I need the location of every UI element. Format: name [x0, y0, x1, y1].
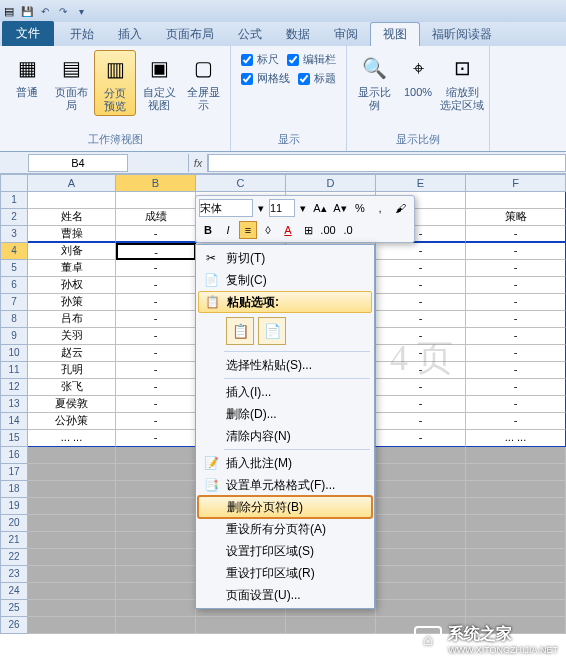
- cell[interactable]: -: [376, 362, 466, 379]
- row-header[interactable]: 12: [0, 379, 28, 396]
- cell[interactable]: [28, 192, 116, 209]
- cell[interactable]: ... ...: [466, 430, 566, 447]
- col-header-F[interactable]: F: [466, 174, 566, 192]
- cell[interactable]: -: [116, 396, 196, 413]
- col-header-E[interactable]: E: [376, 174, 466, 192]
- save-button[interactable]: 💾: [18, 2, 36, 20]
- cell[interactable]: -: [116, 379, 196, 396]
- cell[interactable]: -: [466, 294, 566, 311]
- cell[interactable]: 张飞: [28, 379, 116, 396]
- cell-empty[interactable]: [28, 464, 116, 481]
- cell[interactable]: -: [116, 277, 196, 294]
- cell-empty[interactable]: [28, 498, 116, 515]
- cell[interactable]: -: [466, 345, 566, 362]
- cell[interactable]: 孔明: [28, 362, 116, 379]
- redo-button[interactable]: ↷: [54, 2, 72, 20]
- cell[interactable]: -: [116, 260, 196, 277]
- cell[interactable]: 策略: [466, 209, 566, 226]
- cell-empty[interactable]: [466, 515, 566, 532]
- menu-item[interactable]: 删除(D)...: [198, 403, 372, 425]
- col-header-A[interactable]: A: [28, 174, 116, 192]
- grow-font-button[interactable]: A▴: [311, 199, 329, 217]
- cell[interactable]: 曹操: [28, 226, 116, 243]
- fill-color-button[interactable]: ◊: [259, 221, 277, 239]
- cell[interactable]: 刘备: [28, 243, 116, 260]
- cell[interactable]: -: [466, 362, 566, 379]
- formula-bar-checkbox[interactable]: 编辑栏: [283, 50, 340, 69]
- row-header[interactable]: 7: [0, 294, 28, 311]
- headings-checkbox[interactable]: 标题: [294, 69, 340, 88]
- cell-empty[interactable]: [466, 481, 566, 498]
- cell-empty[interactable]: [28, 481, 116, 498]
- row-header[interactable]: 9: [0, 328, 28, 345]
- cell[interactable]: -: [116, 430, 196, 447]
- comma-button[interactable]: ,: [371, 199, 389, 217]
- row-header[interactable]: 11: [0, 362, 28, 379]
- row-header[interactable]: 26: [0, 617, 28, 634]
- cell[interactable]: -: [376, 379, 466, 396]
- cell-empty[interactable]: [116, 549, 196, 566]
- font-family-select[interactable]: [199, 199, 253, 217]
- row-header[interactable]: 21: [0, 532, 28, 549]
- cell-empty[interactable]: [116, 481, 196, 498]
- row-header[interactable]: 4: [0, 243, 28, 260]
- row-header[interactable]: 19: [0, 498, 28, 515]
- cell[interactable]: -: [466, 379, 566, 396]
- tab-data[interactable]: 数据: [274, 23, 322, 46]
- qat-customize[interactable]: ▾: [72, 2, 90, 20]
- cell-empty[interactable]: [286, 617, 376, 634]
- tab-review[interactable]: 审阅: [322, 23, 370, 46]
- tab-file[interactable]: 文件: [2, 21, 54, 46]
- row-header[interactable]: 20: [0, 515, 28, 532]
- align-center-button[interactable]: ≡: [239, 221, 257, 239]
- menu-item[interactable]: 删除分页符(B): [198, 496, 372, 518]
- cell[interactable]: -: [376, 430, 466, 447]
- cell-empty[interactable]: [376, 447, 466, 464]
- cell-empty[interactable]: [376, 532, 466, 549]
- cell[interactable]: -: [116, 413, 196, 430]
- zoom-button[interactable]: 🔍显示比例: [353, 50, 395, 114]
- cell-empty[interactable]: [116, 498, 196, 515]
- cell-empty[interactable]: [116, 566, 196, 583]
- cell[interactable]: -: [116, 311, 196, 328]
- menu-item[interactable]: 重设打印区域(R): [198, 562, 372, 584]
- cell-empty[interactable]: [466, 498, 566, 515]
- cell-empty[interactable]: [116, 600, 196, 617]
- cell[interactable]: -: [466, 243, 566, 260]
- paste-option-all[interactable]: 📋: [226, 317, 254, 345]
- cell-empty[interactable]: [376, 583, 466, 600]
- cell[interactable]: -: [376, 260, 466, 277]
- cell[interactable]: 孙策: [28, 294, 116, 311]
- menu-item[interactable]: 页面设置(U)...: [198, 584, 372, 606]
- cell-empty[interactable]: [466, 464, 566, 481]
- menu-item[interactable]: 📄复制(C): [198, 269, 372, 291]
- menu-item[interactable]: 设置打印区域(S): [198, 540, 372, 562]
- cell[interactable]: -: [116, 294, 196, 311]
- cell-empty[interactable]: [28, 532, 116, 549]
- row-header[interactable]: 16: [0, 447, 28, 464]
- row-header[interactable]: 22: [0, 549, 28, 566]
- shrink-font-button[interactable]: A▾: [331, 199, 349, 217]
- italic-button[interactable]: I: [219, 221, 237, 239]
- cell-empty[interactable]: [116, 583, 196, 600]
- row-header[interactable]: 24: [0, 583, 28, 600]
- cell-empty[interactable]: [376, 481, 466, 498]
- cell-empty[interactable]: [116, 447, 196, 464]
- cell[interactable]: -: [376, 345, 466, 362]
- increase-decimal-button[interactable]: .00: [319, 221, 337, 239]
- menu-item[interactable]: 重设所有分页符(A): [198, 518, 372, 540]
- page-break-preview-button[interactable]: ▥分页 预览: [94, 50, 136, 116]
- menu-item[interactable]: ✂剪切(T): [198, 247, 372, 269]
- menu-item[interactable]: 插入(I)...: [198, 381, 372, 403]
- cell[interactable]: -: [466, 413, 566, 430]
- cell-empty[interactable]: [466, 447, 566, 464]
- menu-item[interactable]: 📑设置单元格格式(F)...: [198, 474, 372, 496]
- cell[interactable]: -: [376, 277, 466, 294]
- cell[interactable]: 成绩: [116, 209, 196, 226]
- tab-view[interactable]: 视图: [370, 22, 420, 46]
- cell-empty[interactable]: [28, 549, 116, 566]
- cell[interactable]: ... ...: [28, 430, 116, 447]
- menu-item[interactable]: 选择性粘贴(S)...: [198, 354, 372, 376]
- cell[interactable]: 吕布: [28, 311, 116, 328]
- cell[interactable]: -: [376, 413, 466, 430]
